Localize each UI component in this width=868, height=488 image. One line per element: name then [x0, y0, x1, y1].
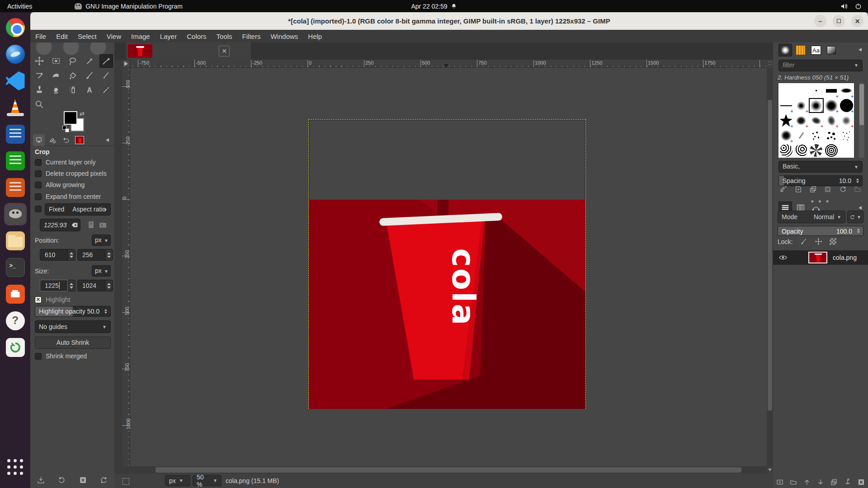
brush-grid-scrollbar[interactable]: [859, 83, 864, 158]
checkbox-box[interactable]: [35, 170, 42, 177]
lower-layer-icon[interactable]: [816, 478, 825, 486]
tab-brushes[interactable]: [778, 44, 792, 56]
dock-item-vscode[interactable]: [4, 70, 27, 92]
delete-brush-icon[interactable]: [824, 185, 832, 193]
checkbox-highlight[interactable]: ✕ Highlight: [35, 296, 70, 303]
restore-button[interactable]: [833, 15, 845, 27]
menu-image[interactable]: Image: [126, 33, 155, 40]
clock-menu[interactable]: Apr 22 02:59: [411, 3, 457, 10]
landscape-orientation-icon[interactable]: [99, 222, 107, 229]
size-unit-combo[interactable]: px ▼: [92, 265, 111, 277]
lock-alpha-icon[interactable]: [830, 238, 836, 245]
brush-thumbnail-selected[interactable]: [809, 98, 824, 113]
tool-zoom[interactable]: [33, 98, 46, 111]
brush-group-combo[interactable]: Basic, ▼: [778, 161, 863, 173]
fixed-checkbox[interactable]: [35, 206, 42, 212]
tab-patterns[interactable]: [794, 44, 807, 56]
guides-combo[interactable]: No guides ▼: [35, 320, 111, 333]
checkbox-delete-cropped-pixels[interactable]: Delete cropped pixels: [35, 170, 107, 177]
dock-item-help[interactable]: ?: [4, 310, 27, 332]
brush-thumbnail[interactable]: [778, 128, 793, 143]
tool-transform[interactable]: [33, 69, 46, 82]
layer-visibility-icon[interactable]: [778, 254, 788, 261]
checkbox-box[interactable]: [35, 159, 42, 166]
aspect-ratio-input[interactable]: 1225:93: [40, 219, 80, 231]
checkbox-box[interactable]: [35, 182, 42, 188]
tool-pencil[interactable]: [99, 69, 113, 82]
tool-rectangle-select[interactable]: [49, 54, 63, 68]
vertical-scrollbar[interactable]: [767, 68, 773, 466]
fixed-aspect-combo[interactable]: Fixed Aspect ratio ▼: [45, 203, 111, 216]
tool-text[interactable]: A: [83, 83, 96, 97]
brush-thumbnail[interactable]: [793, 143, 808, 158]
spin-buttons[interactable]: [68, 280, 75, 291]
checkbox-expand-from-center[interactable]: Expand from center: [35, 193, 101, 200]
tool-crop[interactable]: [99, 54, 113, 68]
brush-thumbnail[interactable]: [778, 98, 793, 113]
brush-thumbnail[interactable]: [839, 143, 854, 158]
close-button[interactable]: ✕: [851, 15, 863, 27]
highlight-opacity-slider[interactable]: Highlight opacity 50.0: [35, 306, 111, 317]
menu-colors[interactable]: Colors: [182, 33, 211, 40]
tab-fonts[interactable]: Aa: [809, 44, 823, 56]
image-viewport[interactable]: cola: [130, 68, 767, 466]
dock-item-blue-app[interactable]: [4, 43, 27, 66]
menu-select[interactable]: Select: [73, 33, 102, 40]
dock-item-impress[interactable]: [4, 176, 27, 199]
brush-thumbnail[interactable]: [824, 128, 839, 143]
position-x-spinner[interactable]: 610: [40, 249, 75, 261]
system-status-area[interactable]: [840, 3, 862, 9]
spin-buttons[interactable]: [68, 249, 75, 261]
tool-heal[interactable]: [49, 69, 63, 82]
brush-thumbnail[interactable]: [793, 128, 808, 143]
checkbox-box[interactable]: [35, 193, 42, 200]
checkbox-shrink-merged[interactable]: Shrink merged: [35, 352, 87, 360]
brush-thumbnail[interactable]: [778, 143, 793, 158]
brush-thumbnail[interactable]: [793, 98, 808, 113]
open-brush-as-image-icon[interactable]: [854, 185, 862, 193]
dock-item-chrome[interactable]: [4, 16, 27, 39]
zoom-image-button[interactable]: ⛶: [767, 60, 773, 68]
brush-filter-input[interactable]: filter ▼: [778, 60, 863, 71]
save-options-icon[interactable]: [37, 476, 45, 484]
restore-options-icon[interactable]: [57, 476, 66, 484]
clear-icon[interactable]: [71, 222, 78, 228]
brush-thumbnail[interactable]: [778, 83, 793, 98]
spin-buttons[interactable]: [105, 280, 113, 291]
menu-view[interactable]: View: [102, 33, 126, 40]
quick-mask-toggle[interactable]: [123, 478, 129, 485]
checkbox-allow-growing[interactable]: Allow growing: [35, 181, 85, 188]
checkbox-current-layer-only[interactable]: Current layer only: [35, 159, 96, 166]
dock-item-updater[interactable]: [4, 336, 27, 359]
activities-button[interactable]: Activities: [0, 3, 39, 10]
layer-row-cola[interactable]: cola.png: [773, 250, 868, 265]
brush-thumbnail[interactable]: [824, 83, 839, 98]
vertical-ruler[interactable]: -500 -250 0 250 500 750 1000: [122, 68, 130, 466]
tool-paintbrush[interactable]: [83, 69, 96, 82]
menu-tools[interactable]: Tools: [212, 33, 237, 40]
layer-opacity-slider[interactable]: Opacity 100.0: [778, 226, 863, 236]
menu-edit[interactable]: Edit: [51, 33, 73, 40]
new-layer-icon[interactable]: [776, 478, 784, 486]
image-tab[interactable]: ✕: [126, 42, 251, 60]
edit-brush-icon[interactable]: [779, 185, 788, 193]
brush-thumbnail[interactable]: [839, 83, 854, 98]
new-brush-icon[interactable]: [794, 185, 802, 193]
spin-buttons[interactable]: [102, 306, 109, 316]
brush-thumbnail[interactable]: [809, 128, 824, 143]
brush-thumbnail[interactable]: [778, 113, 793, 128]
tab-gradients[interactable]: [825, 44, 838, 56]
tool-clone[interactable]: [33, 83, 46, 97]
foreground-color-swatch[interactable]: [64, 111, 77, 125]
dock-item-gimp[interactable]: [4, 203, 27, 225]
brush-thumbnail[interactable]: [809, 143, 824, 158]
horizontal-ruler[interactable]: -750 -500 -250 0 250 500 750 1000 1250 1…: [130, 60, 767, 68]
dock-item-calc[interactable]: [4, 150, 27, 172]
brush-thumbnail[interactable]: [824, 98, 839, 113]
position-unit-combo[interactable]: px ▼: [92, 235, 111, 246]
spin-buttons[interactable]: [855, 226, 862, 235]
duplicate-brush-icon[interactable]: [809, 185, 817, 193]
panel-menu-button[interactable]: [104, 136, 111, 144]
menu-help[interactable]: Help: [303, 33, 327, 40]
dock-item-software[interactable]: [4, 283, 27, 305]
